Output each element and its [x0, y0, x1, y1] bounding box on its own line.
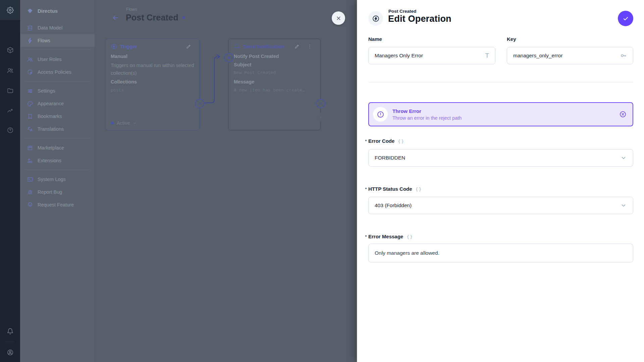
- chevron-down-icon: [620, 155, 627, 161]
- close-icon: [336, 15, 341, 21]
- sidebar-item-settings[interactable]: Settings: [20, 84, 95, 97]
- message-label: Message: [234, 79, 254, 84]
- module-settings[interactable]: [0, 0, 20, 20]
- diamond-icon: [27, 8, 33, 14]
- users-icon: [7, 67, 14, 74]
- nav-divider: [20, 47, 95, 53]
- module-folder[interactable]: [0, 80, 20, 101]
- key-label: Key: [507, 36, 516, 42]
- sidebar-item-label: Access Policies: [38, 69, 71, 75]
- operation-resolve-port[interactable]: [316, 99, 325, 108]
- folder-icon: [7, 87, 14, 94]
- module-content-box[interactable]: [0, 40, 20, 60]
- http-status-select[interactable]: 403 (Forbidden): [368, 197, 633, 214]
- close-drawer-button[interactable]: [332, 11, 345, 25]
- key-input[interactable]: managers_only_error: [507, 47, 633, 64]
- more-options-icon[interactable]: [307, 44, 313, 49]
- account-icon: [7, 349, 14, 356]
- drawer-breadcrumb[interactable]: Post Created: [388, 9, 416, 14]
- edit-pencil-icon[interactable]: [294, 44, 300, 49]
- module-help[interactable]: [0, 120, 20, 140]
- bell-icon: [7, 328, 14, 335]
- save-button[interactable]: [618, 11, 633, 26]
- operation-reject-port[interactable]: [317, 113, 325, 121]
- raw-value-toggle[interactable]: {}: [398, 139, 405, 144]
- trigger-description: Triggers on manual run within selected c…: [111, 62, 195, 77]
- sidebar-item-data-model[interactable]: Data Model: [20, 21, 95, 34]
- sidebar-item-label: Data Model: [38, 25, 62, 31]
- trigger-resolve-port[interactable]: [195, 99, 204, 108]
- error-message-input[interactable]: Only managers are allowed.: [368, 244, 633, 262]
- breadcrumb[interactable]: Flows: [126, 7, 137, 12]
- raw-value-toggle[interactable]: {}: [407, 234, 413, 239]
- sidebar-item-label: Settings: [38, 88, 55, 94]
- project-name: Directus: [38, 8, 58, 14]
- sidebar-item-label: Extensions: [38, 158, 61, 163]
- sidebar-item-request-feature[interactable]: Request Feature: [20, 198, 95, 211]
- subject-label: Subject: [234, 62, 251, 67]
- subject-value: New Post Created: [234, 70, 276, 75]
- operation-panel[interactable]: Send Notification Notify Post Created Su…: [228, 39, 321, 130]
- operation-type-panel[interactable]: Throw Error Throw an error in the reject…: [368, 102, 633, 126]
- back-button[interactable]: [108, 10, 123, 25]
- sidebar-item-label: System Logs: [38, 177, 66, 182]
- check-icon: [623, 15, 629, 22]
- status-label: Active: [117, 120, 130, 126]
- terminal-icon: [27, 176, 33, 183]
- project-header[interactable]: Directus: [20, 0, 95, 21]
- module-insights[interactable]: [0, 100, 20, 120]
- bell-icon: [234, 43, 240, 50]
- sidebar-item-appearance[interactable]: Appearance: [20, 97, 95, 110]
- required-dot: [365, 188, 367, 189]
- edit-operation-drawer: Post Created Edit Operation Name Manager…: [357, 0, 644, 362]
- circle-bolt-icon: [111, 43, 117, 50]
- section-divider: [368, 82, 633, 82]
- nav-divider: [20, 135, 95, 141]
- translate-icon: [27, 126, 33, 132]
- sidebar-item-flows[interactable]: Flows: [20, 34, 95, 47]
- circle-x-icon: [619, 111, 627, 118]
- sidebar-item-label: Bookmarks: [38, 114, 62, 119]
- sidebar-item-system-logs[interactable]: System Logs: [20, 173, 95, 186]
- sidebar-item-translations[interactable]: Translations: [20, 123, 95, 135]
- error-code-select[interactable]: FORBIDDEN: [368, 149, 633, 167]
- operation-type-label: Send Notification: [243, 44, 284, 49]
- module-bar: [0, 0, 20, 362]
- trigger-panel[interactable]: Trigger Manual Triggers on manual run wi…: [105, 39, 200, 130]
- sidebar-item-access-policies[interactable]: Access Policies: [20, 66, 95, 78]
- module-users[interactable]: [0, 60, 20, 80]
- circle-bolt-icon: [372, 15, 380, 22]
- deselect-type-button[interactable]: [619, 111, 627, 118]
- sidebar-item-extensions[interactable]: Extensions: [20, 154, 95, 167]
- sidebar-item-label: Translations: [38, 126, 64, 132]
- settings-navigation: Directus Data Model Flows User Roles Acc…: [20, 0, 95, 362]
- flow-canvas: Flows Post Created Trigger Manual Trigge…: [95, 0, 357, 362]
- arrow-left-icon: [112, 14, 119, 21]
- access-policies-icon: [27, 69, 33, 75]
- operation-input-port[interactable]: [224, 53, 233, 62]
- sidebar-item-label: Report Bug: [38, 189, 62, 195]
- sidebar-item-bookmarks[interactable]: Bookmarks: [20, 110, 95, 123]
- edit-pencil-icon[interactable]: [186, 44, 192, 49]
- sidebar-item-label: Request Feature: [38, 202, 74, 207]
- collections-value: posts: [111, 87, 124, 93]
- notifications-button[interactable]: [0, 321, 20, 341]
- name-input[interactable]: Managers Only Error T: [368, 47, 495, 64]
- check-icon: [319, 102, 323, 106]
- trigger-panel-header: Trigger: [111, 43, 195, 50]
- name-value: Managers Only Error: [375, 53, 423, 59]
- circle-alert-icon: [377, 111, 384, 118]
- trigger-type-label: Trigger: [120, 44, 137, 49]
- throw-error-icon-badge: [373, 107, 388, 122]
- insights-icon: [7, 107, 14, 114]
- sidebar-item-user-roles[interactable]: User Roles: [20, 53, 95, 66]
- error-code-label: Error Code{}: [368, 138, 405, 144]
- user-avatar-button[interactable]: [0, 343, 20, 362]
- sidebar-item-report-bug[interactable]: Report Bug: [20, 186, 95, 198]
- sidebar-item-marketplace[interactable]: Marketplace: [20, 141, 95, 154]
- trigger-status-dropdown[interactable]: Active: [111, 120, 137, 126]
- status-dot: [111, 122, 114, 125]
- database-icon: [27, 25, 33, 31]
- raw-value-toggle[interactable]: {}: [416, 187, 422, 192]
- required-dot: [365, 235, 367, 237]
